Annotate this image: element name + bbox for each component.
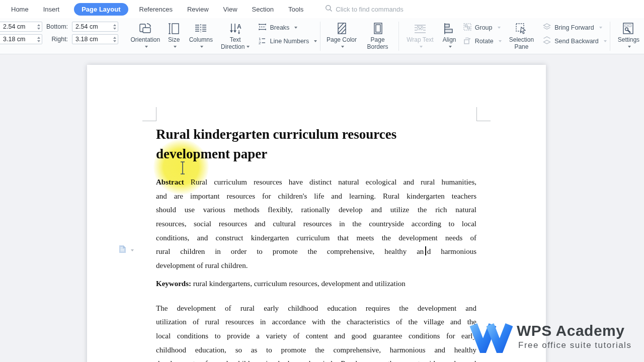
group-icon (463, 23, 472, 33)
right-margin-field[interactable]: 3.18 cm (72, 34, 118, 44)
chevron-down-icon (174, 46, 177, 48)
body-paragraph: The development of rural early childhood… (156, 302, 476, 362)
selection-pane-label: Selection Pane (509, 36, 534, 50)
svg-text:2: 2 (259, 41, 261, 44)
bring-forward-icon (542, 23, 551, 33)
rotate-icon (463, 36, 472, 46)
send-backward-button: Send Backward (542, 37, 607, 46)
body-text: local conditions to provide a variety of… (156, 329, 476, 343)
size-button[interactable]: Size (164, 18, 185, 50)
tab-view[interactable]: View (223, 6, 237, 13)
align-button[interactable]: Align (438, 18, 461, 50)
body-text: The development of rural early childhood… (156, 302, 476, 316)
left-margin-stepper[interactable] (35, 37, 40, 42)
right-margin-stepper[interactable] (111, 37, 116, 42)
command-search[interactable]: Click to find commands (325, 5, 403, 14)
body-text: utilization of rural resources in accord… (156, 315, 476, 329)
orientation-icon (139, 22, 152, 36)
tab-page-layout[interactable]: Page Layout (74, 3, 128, 16)
right-margin-label: Right: (46, 36, 68, 43)
text-caret (425, 246, 426, 255)
document-page[interactable]: Rural kindergarten curriculum resources … (87, 65, 546, 362)
chevron-down-icon (449, 46, 452, 48)
top-margin-stepper[interactable] (35, 24, 40, 30)
settings-button[interactable]: Settings (613, 18, 644, 50)
columns-label: Columns (189, 36, 213, 43)
bottom-margin-stepper[interactable] (111, 24, 116, 30)
bottom-margin-value: 2.54 cm (75, 23, 98, 30)
page-options-button[interactable] (119, 245, 134, 255)
selection-pane-button[interactable]: Selection Pane (504, 18, 540, 50)
body-text: development of rural children in body an… (156, 357, 476, 362)
tab-references[interactable]: References (139, 6, 173, 13)
margin-fields-group: 2.54 cm Bottom: 2.54 cm 3.18 cm Right: 3… (0, 18, 123, 44)
right-margin-value: 3.18 cm (75, 36, 98, 43)
chevron-down-icon (604, 40, 607, 42)
page-color-label: Page Color (327, 36, 357, 43)
left-margin-field[interactable]: 3.18 cm (0, 34, 42, 44)
bring-forward-button: Bring Forward (542, 23, 607, 32)
breaks-label: Breaks (270, 24, 289, 31)
abstract-text: development of rural children. (156, 259, 476, 273)
tab-insert[interactable]: Insert (43, 6, 60, 13)
selection-pane-icon (515, 22, 528, 36)
page-layout-ribbon: 2.54 cm Bottom: 2.54 cm 3.18 cm Right: 3… (0, 18, 644, 54)
abstract-text: rural children in order to promote the c… (156, 247, 424, 255)
chevron-down-icon (628, 46, 631, 48)
wrap-text-label: Wrap Text (407, 36, 434, 43)
page-content: Rural kindergarten curriculum resources … (156, 65, 476, 362)
text-direction-label: Text Direction (221, 36, 245, 50)
margin-corner-mark-right (476, 121, 491, 121)
bottom-margin-label: Bottom: (46, 23, 68, 30)
orientation-button[interactable]: Orientation (127, 18, 164, 50)
bring-forward-label: Bring Forward (554, 24, 594, 31)
page-borders-icon (372, 22, 384, 36)
keywords-line: Keywords: rural kindergartens, curriculu… (156, 277, 476, 291)
left-margin-value: 3.18 cm (3, 36, 25, 43)
keywords-text: rural kindergartens, curriculum resource… (191, 280, 406, 288)
page-borders-button[interactable]: Page Borders (360, 18, 396, 50)
group-rotate-group: Group Rotate (463, 18, 502, 46)
title-line-2: development paper (156, 144, 476, 164)
breaks-button[interactable]: Breaks (258, 23, 317, 32)
abstract-text: and are important resources for children… (156, 190, 476, 204)
send-backward-label: Send Backward (554, 38, 599, 45)
page-color-button[interactable]: Page Color (324, 18, 360, 50)
chevron-down-icon (294, 27, 297, 29)
chevron-down-icon (498, 27, 501, 29)
ribbon-separator (320, 22, 320, 51)
size-label: Size (168, 36, 180, 43)
align-icon (443, 22, 455, 36)
bottom-margin-field[interactable]: 2.54 cm (72, 22, 118, 32)
page-borders-label: Page Borders (367, 36, 388, 50)
tab-home[interactable]: Home (11, 6, 29, 13)
tab-review[interactable]: Review (187, 6, 209, 13)
columns-button[interactable]: Columns (185, 18, 217, 50)
abstract-label: Abstract (156, 178, 184, 186)
orientation-label: Orientation (131, 36, 160, 43)
chevron-down-icon (314, 40, 317, 42)
tab-section[interactable]: Section (252, 6, 274, 13)
wrap-text-button: Wrap Text (402, 18, 438, 50)
text-direction-button[interactable]: A Text Direction (217, 18, 254, 50)
top-margin-value: 2.54 cm (3, 23, 25, 30)
rotate-button: Rotate (463, 37, 502, 46)
wps-academy-title: WPS Academy (517, 322, 624, 339)
abstract-text: d harmonious (427, 247, 476, 255)
top-margin-field[interactable]: 2.54 cm (0, 22, 42, 32)
columns-icon (194, 22, 207, 36)
line-numbers-button[interactable]: 1 2 Line Numbers (258, 37, 317, 46)
tab-tools[interactable]: Tools (288, 6, 303, 13)
chevron-down-icon (341, 46, 344, 48)
wrap-text-icon (414, 22, 427, 36)
ribbon-separator (398, 22, 399, 51)
svg-text:A: A (237, 23, 242, 30)
chevron-down-icon (247, 46, 250, 48)
chevron-down-icon (145, 46, 148, 48)
line-numbers-label: Line Numbers (270, 38, 309, 45)
page-color-icon (336, 22, 348, 36)
breaks-icon (258, 23, 267, 32)
document-icon (119, 245, 126, 255)
abstract-text: should use various methods flexibly, rat… (156, 203, 476, 217)
group-button: Group (463, 23, 502, 32)
